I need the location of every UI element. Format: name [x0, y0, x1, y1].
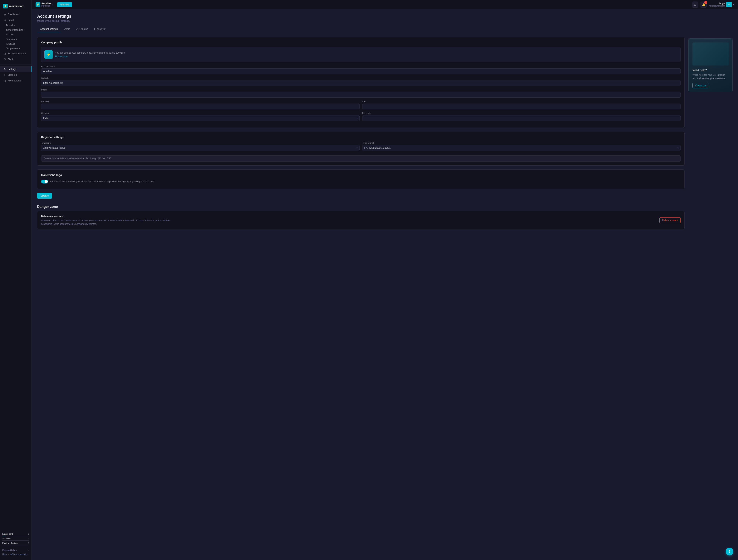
- phone-input[interactable]: [41, 92, 681, 98]
- danger-zone-title: Danger zone: [37, 205, 685, 209]
- zipcode-label: Zip code: [362, 112, 681, 114]
- website-input[interactable]: [41, 80, 681, 86]
- time-format-label: Time format: [362, 142, 681, 144]
- zipcode-group: Zip code: [362, 112, 681, 121]
- website-group: Website: [41, 77, 681, 86]
- mailersend-logo-card: MailerSend logo Appears at the bottom of…: [37, 169, 685, 189]
- content-area: Account settings Manage your account set…: [32, 9, 738, 560]
- tab-users[interactable]: Users: [61, 26, 73, 32]
- sidebar-item-email-verification[interactable]: ◻ Email verification: [0, 51, 31, 56]
- city-input[interactable]: [362, 103, 681, 109]
- phone-group: Phone: [41, 89, 681, 98]
- time-format-select-wrapper: Fri, 4 Aug 2023 10:17:21 2023-08-04T10:1…: [362, 145, 681, 151]
- delete-account-desc: Once you click on the "Delete account" b…: [41, 219, 172, 226]
- email-verification-icon: ◻: [3, 52, 6, 55]
- api-doc-link[interactable]: API documentation: [10, 553, 28, 555]
- help-card-desc: We're here for you! Get in touch and we'…: [692, 73, 729, 80]
- notifications-button[interactable]: 🔔 1: [701, 2, 707, 8]
- sidebar-item-templates[interactable]: Templates: [0, 37, 31, 41]
- help-fab-button[interactable]: ?: [726, 548, 733, 555]
- toggle-description: Appears at the bottom of your emails and…: [50, 180, 155, 183]
- sidebar-footer: Help · API documentation: [0, 552, 31, 556]
- user-name: llango: [709, 2, 725, 5]
- topbar-brand-plan: Plan: Free: [41, 5, 51, 7]
- sidebar-item-analytics[interactable]: Analytics: [0, 41, 31, 46]
- logo-area: ⚡ mailersend: [0, 2, 31, 12]
- app-logo-text: mailersend: [9, 5, 23, 8]
- sidebar-section-settings: ⚙ Settings ○ Error log ◻ File manager: [0, 66, 31, 84]
- help-link[interactable]: Help: [2, 553, 7, 555]
- update-button[interactable]: Update: [37, 193, 52, 199]
- sidebar-item-activity[interactable]: Activity: [0, 32, 31, 37]
- stat-row-email-verification: Email verification 0: [2, 542, 29, 545]
- main-area: ⚡ Aurelius Plan: Free ▾ Upgrade ⊞ 🔔 1 ll…: [32, 0, 738, 560]
- sidebar-item-settings[interactable]: ⚙ Settings: [0, 66, 31, 72]
- logo-text-area: You can upload your company logo. Recomm…: [55, 51, 125, 58]
- topbar-left: ⚡ Aurelius Plan: Free ▾ Upgrade: [36, 2, 72, 7]
- sidebar-item-email[interactable]: ✉ Email: [0, 17, 31, 23]
- time-format-group: Time format Fri, 4 Aug 2023 10:17:21 202…: [362, 142, 681, 151]
- settings-layout: Company profile ⚡ You can upload your co…: [37, 37, 733, 229]
- help-card-title: Need help?: [692, 69, 729, 72]
- timezone-col: Timezone Asia/Kolkata (+05:30) UTC Ameri…: [41, 142, 360, 153]
- stat-bar-email-verification: [2, 545, 29, 545]
- company-profile-title: Company profile: [41, 41, 681, 44]
- sidebar-item-dashboard[interactable]: ⊞ Dashboard: [0, 12, 31, 17]
- contact-us-button[interactable]: Contact us: [692, 83, 709, 88]
- notification-badge: 1: [704, 1, 707, 4]
- account-name-input[interactable]: [41, 68, 681, 74]
- sidebar-item-domains[interactable]: Domains: [0, 23, 31, 28]
- tab-api-tokens[interactable]: API tokens: [73, 26, 91, 32]
- logo-upload-desc: You can upload your company logo. Recomm…: [55, 51, 125, 54]
- sidebar-section-main: ⊞ Dashboard ✉ Email Domains Sender ident…: [0, 12, 31, 62]
- sidebar-item-sender-identities[interactable]: Sender identities: [0, 28, 31, 32]
- mailersend-logo-toggle[interactable]: [41, 180, 48, 183]
- regional-settings-title: Regional settings: [41, 136, 681, 139]
- topbar-brand-info: Aurelius Plan: Free: [41, 2, 51, 7]
- upload-logo-link[interactable]: Upload logo: [55, 55, 67, 58]
- sidebar-bottom: Emails sent 1 SMS sent 0 Email verificat…: [0, 529, 31, 558]
- sidebar-item-plan-billing[interactable]: Plan and billing →: [0, 548, 31, 552]
- user-avatar[interactable]: ll: [726, 2, 732, 7]
- country-select[interactable]: India United States United Kingdom: [41, 115, 360, 121]
- timezone-timeformat-row: Timezone Asia/Kolkata (+05:30) UTC Ameri…: [41, 142, 681, 153]
- address-label: Address: [41, 100, 360, 103]
- danger-info: Delete my account Once you click on the …: [41, 215, 659, 226]
- account-name-label: Account name: [41, 65, 681, 67]
- tab-ip-allowlist[interactable]: IP allowlist: [91, 26, 108, 32]
- regional-settings-card: Regional settings Timezone Asia/Kolkata …: [37, 132, 685, 166]
- page-title: Account settings: [37, 14, 733, 19]
- account-name-group: Account name: [41, 65, 681, 74]
- sidebar-item-error-log[interactable]: ○ Error log: [0, 72, 31, 78]
- toggle-row: Appears at the bottom of your emails and…: [41, 180, 681, 183]
- address-input[interactable]: [41, 103, 360, 109]
- delete-account-button[interactable]: Delete account: [659, 217, 681, 223]
- upgrade-button[interactable]: Upgrade: [57, 2, 72, 7]
- current-time-display: Current time and date in selected option…: [41, 155, 681, 161]
- settings-sidebar-panel: Need help? We're here for you! Get in to…: [688, 37, 733, 229]
- app-logo-icon: ⚡: [3, 4, 8, 8]
- sidebar-item-suppressions[interactable]: Suppressions: [0, 46, 31, 51]
- error-log-icon: ○: [3, 73, 6, 76]
- sidebar-item-file-manager[interactable]: ◻ File manager: [0, 78, 31, 84]
- dashboard-icon: ⊞: [3, 13, 6, 16]
- address-group: Address: [41, 100, 360, 109]
- timezone-select[interactable]: Asia/Kolkata (+05:30) UTC America/New_Yo…: [41, 145, 360, 151]
- city-group: City: [362, 100, 681, 109]
- country-select-wrapper: India United States United Kingdom: [41, 115, 360, 121]
- danger-zone-card: Delete my account Once you click on the …: [37, 211, 685, 229]
- timezone-label: Timezone: [41, 142, 360, 144]
- user-chevron-icon[interactable]: ▾: [733, 3, 734, 6]
- toggle-knob: [45, 180, 48, 183]
- sidebar-item-sms[interactable]: ☐ SMS: [0, 56, 31, 62]
- address-city-row: Address City: [41, 100, 681, 112]
- plan-billing-arrow-icon: →: [27, 549, 29, 551]
- brand-chevron-icon[interactable]: ▾: [52, 3, 53, 6]
- delete-account-title: Delete my account: [41, 215, 659, 218]
- zipcode-input[interactable]: [362, 115, 681, 121]
- website-label: Website: [41, 77, 681, 79]
- apps-button[interactable]: ⊞: [692, 2, 698, 8]
- time-format-select[interactable]: Fri, 4 Aug 2023 10:17:21 2023-08-04T10:1…: [362, 145, 681, 151]
- topbar-right: ⊞ 🔔 1 llango hello@aurelius.ink ll ▾: [692, 2, 734, 8]
- tab-account-settings[interactable]: Account settings: [37, 26, 61, 32]
